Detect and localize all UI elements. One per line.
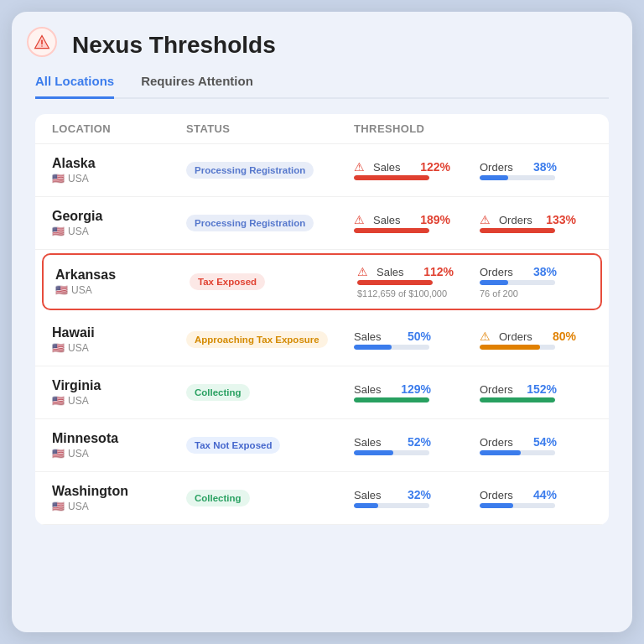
metric-col-1: ⚠ Orders 133% (480, 213, 592, 233)
warning-icon: ⚠ (357, 265, 368, 278)
metric-col-1: Orders 38% (480, 160, 592, 180)
location-name: Virginia (52, 378, 186, 393)
metric-label: Orders (480, 266, 517, 278)
status-badge: Tax Exposed (190, 273, 265, 290)
rows-container: Alaska 🇺🇸 USA Processing Registration ⚠ … (35, 144, 609, 525)
table-row[interactable]: Arkansas 🇺🇸 USA Tax Exposed ⚠ Sales 112%… (42, 253, 602, 310)
threshold-cell: Sales 50% ⚠ Orders 80% (354, 330, 592, 350)
tab-requires-attention[interactable]: Requires Attention (141, 74, 253, 99)
metric-pct: 50% (397, 330, 431, 343)
threshold-cell: Sales 52% Orders 54% (354, 435, 592, 455)
warning-icon: ⚠ (480, 330, 491, 343)
metric-label: Orders (480, 383, 517, 396)
flag-icon: 🇺🇸 (52, 395, 65, 407)
location-cell: Virginia 🇺🇸 USA (52, 378, 186, 407)
location-name: Hawaii (52, 325, 186, 340)
metric-col-0: Sales 50% (354, 330, 466, 350)
threshold-cell: ⚠ Sales 112% $112,659 of $100,000 Orders… (357, 265, 589, 299)
bar-fill (357, 280, 433, 285)
progress-bar (480, 503, 555, 508)
status-badge: Processing Registration (186, 162, 314, 179)
location-country: 🇺🇸 USA (52, 173, 186, 184)
metric-pct: 52% (397, 435, 431, 449)
progress-bar (480, 450, 555, 455)
threshold-cell: ⚠ Sales 189% ⚠ Orders 133% (354, 213, 592, 233)
bar-fill (480, 345, 540, 350)
bar-fill (354, 450, 393, 455)
location-country: 🇺🇸 USA (52, 501, 186, 512)
location-country: 🇺🇸 USA (52, 342, 186, 354)
progress-bar (480, 397, 555, 402)
warning-icon: ⚠ (354, 213, 365, 226)
metric-pct: 54% (523, 435, 557, 449)
col-location: Location (52, 122, 186, 135)
bar-fill (354, 503, 378, 508)
metric-col-1: Orders 38% 76 of 200 (480, 265, 589, 299)
status-badge: Collecting (186, 384, 250, 401)
flag-icon: 🇺🇸 (55, 284, 68, 296)
status-badge: Tax Not Exposed (186, 437, 280, 454)
metric-pct: 80% (543, 330, 576, 343)
table-row[interactable]: Georgia 🇺🇸 USA Processing Registration ⚠… (35, 197, 609, 250)
location-name: Georgia (52, 209, 186, 224)
location-country: 🇺🇸 USA (52, 448, 186, 460)
threshold-row: Sales 129% (354, 382, 466, 396)
progress-bar (354, 228, 429, 233)
table-row[interactable]: Virginia 🇺🇸 USA Collecting Sales 129% Or… (35, 366, 609, 419)
progress-bar (480, 280, 555, 285)
threshold-cell: ⚠ Sales 122% Orders 38% (354, 160, 592, 180)
location-country: 🇺🇸 USA (55, 284, 190, 296)
svg-point-1 (41, 45, 43, 47)
metric-col-0: ⚠ Sales 122% (354, 160, 466, 180)
threshold-cell: Sales 129% Orders 152% (354, 382, 592, 402)
progress-bar (480, 175, 555, 180)
bar-fill (480, 280, 508, 285)
table-row[interactable]: Hawaii 🇺🇸 USA Approaching Tax Exposure S… (35, 314, 609, 366)
table-row[interactable]: Washington 🇺🇸 USA Collecting Sales 32% O… (35, 472, 609, 525)
location-cell: Washington 🇺🇸 USA (52, 484, 186, 512)
location-country: 🇺🇸 USA (52, 395, 186, 407)
location-cell: Hawaii 🇺🇸 USA (52, 325, 186, 354)
metric-label: Orders (480, 436, 517, 449)
threshold-row: Sales 52% (354, 435, 466, 449)
table-header: Location Status Threshold (35, 114, 609, 144)
table: Location Status Threshold Alaska 🇺🇸 USA … (35, 114, 609, 525)
flag-icon: 🇺🇸 (52, 173, 65, 184)
bar-fill (480, 228, 555, 233)
metric-col-1: Orders 54% (480, 435, 592, 455)
metric-col-0: Sales 129% (354, 382, 466, 402)
metric-label: Orders (480, 489, 517, 501)
threshold-row: Orders 54% (480, 435, 592, 449)
metric-col-1: Orders 152% (480, 382, 592, 402)
metric-col-0: Sales 52% (354, 435, 466, 455)
threshold-row: Orders 152% (480, 382, 592, 396)
metric-pct: 133% (543, 213, 576, 226)
threshold-row: ⚠ Sales 122% (354, 160, 466, 174)
flag-icon: 🇺🇸 (52, 226, 65, 237)
location-name: Minnesota (52, 431, 186, 446)
tab-all-locations[interactable]: All Locations (35, 74, 114, 99)
location-cell: Minnesota 🇺🇸 USA (52, 431, 186, 460)
metric-col-1: ⚠ Orders 80% (480, 330, 592, 350)
threshold-row: ⚠ Orders 133% (480, 213, 592, 226)
metric-pct: 112% (420, 265, 454, 278)
location-cell: Alaska 🇺🇸 USA (52, 156, 186, 184)
metric-label: Sales (354, 436, 391, 449)
location-country: 🇺🇸 USA (52, 226, 186, 237)
status-cell: Tax Exposed (190, 273, 357, 290)
bar-fill (480, 503, 513, 508)
location-name: Washington (52, 484, 186, 499)
threshold-row: Orders 38% (480, 160, 592, 174)
location-name: Alaska (52, 156, 186, 171)
table-row[interactable]: Minnesota 🇺🇸 USA Tax Not Exposed Sales 5… (35, 419, 609, 472)
progress-bar (354, 397, 429, 402)
table-row[interactable]: Alaska 🇺🇸 USA Processing Registration ⚠ … (35, 144, 609, 197)
flag-icon: 🇺🇸 (52, 342, 65, 354)
col-threshold: Threshold (354, 122, 592, 135)
status-badge: Processing Registration (186, 215, 314, 231)
metric-label: Sales (354, 330, 391, 343)
status-cell: Processing Registration (186, 162, 354, 179)
progress-bar (354, 503, 429, 508)
page-title: Nexus Thresholds (72, 32, 609, 59)
metric-pct: 38% (523, 160, 557, 174)
